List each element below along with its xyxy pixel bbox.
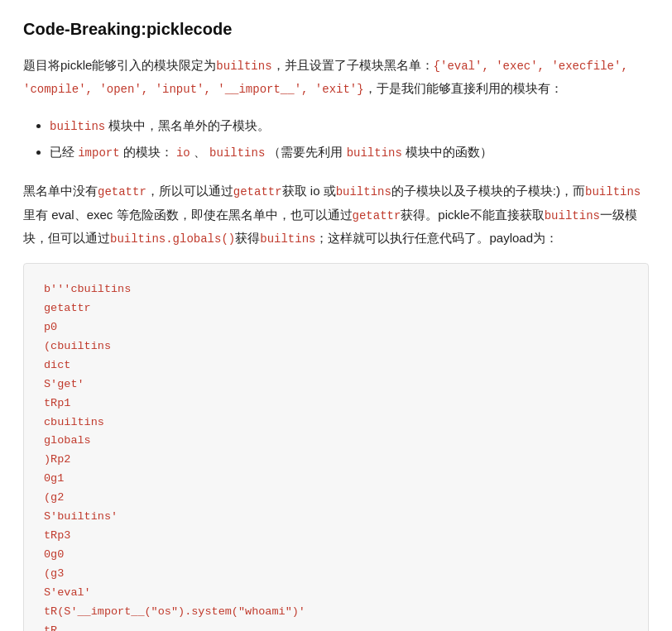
intro-paragraph: 题目将pickle能够引入的模块限定为builtins，并且设置了子模块黑名单：… [23,54,649,100]
para2-code5: getattr [353,209,401,222]
para2-code3: builtins [336,185,391,198]
para2-text3: 获取 io 或 [282,184,336,198]
bullet1-text: 模块中，黑名单外的子模块。 [108,118,270,132]
para2-code1: getattr [98,185,146,198]
para2-text2: ，所以可以通过 [146,184,233,198]
bullet2-code3: builtins [209,146,265,160]
para2-code6: builtins [545,209,600,222]
code-block: b'''cbuiltins getattr p0 (cbuiltins dict… [23,263,649,631]
bullet2-text-middle: 的模块： [123,145,173,159]
para2-code4: builtins [585,185,641,198]
list-item-1: builtins 模块中，黑名单外的子模块。 [50,113,649,138]
bullet2-suffix2: 模块中的函数） [406,145,492,159]
para2-text8: 获得 [235,231,260,245]
bullet2-suffix: （需要先利用 [268,145,343,159]
para2-code7: builtins.globals() [110,232,235,246]
bullet-list: builtins 模块中，黑名单外的子模块。 已经 import 的模块： io… [50,113,649,165]
intro-text-middle2: ，于是我们能够直接利用的模块有： [364,81,563,95]
bullet2-code1: import [78,146,119,160]
intro-text-middle1: ，并且设置了子模块黑名单： [272,58,434,72]
second-paragraph: 黑名单中没有getattr，所以可以通过getattr获取 io 或builti… [23,179,649,250]
intro-code1: builtins [216,60,271,73]
para2-text9: ；这样就可以执行任意代码了。payload为： [315,231,558,245]
bullet2-code4: builtins [347,146,402,160]
bullet2-separator: 、 [194,145,206,159]
para2-text1: 黑名单中没有 [23,184,98,198]
para2-text5: 里有 eval、exec 等危险函数，即使在黑名单中，也可以通过 [23,208,353,222]
para2-code8: builtins [260,232,315,246]
para2-text6: 获得。pickle不能直接获取 [401,208,544,222]
bullet1-code: builtins [50,120,105,133]
para2-text4: 的子模块以及子模块的子模块:)，而 [391,184,585,198]
bullet2-prefix: 已经 [50,145,74,159]
list-item-2: 已经 import 的模块： io 、 builtins （需要先利用 buil… [50,140,649,165]
para2-code2: getattr [233,185,282,198]
intro-text-before: 题目将pickle能够引入的模块限定为 [23,58,216,72]
page-title: Code-Breaking:picklecode [23,20,649,39]
bullet2-code2: io [176,146,190,160]
